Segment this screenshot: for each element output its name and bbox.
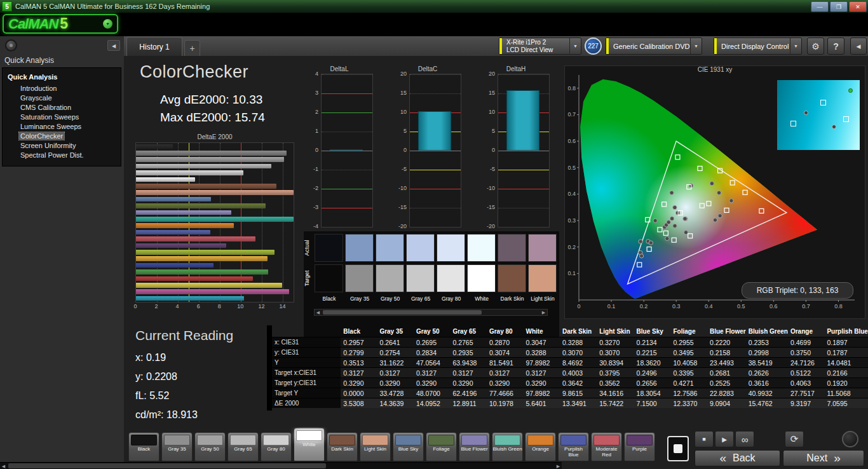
patch-label: Purplish Blue — [559, 446, 588, 458]
patch-button-dark-skin[interactable]: Dark Skin — [327, 432, 358, 461]
scroll-right-icon[interactable]: ▶ — [540, 309, 547, 315]
patch-label: White — [294, 442, 324, 447]
patch-color-chip — [494, 435, 520, 445]
window-title: CalMAN 5 CalMAN Ultimate for Business 16… — [15, 3, 210, 10]
display-control-dropdown[interactable]: Direct Display Control ▼ — [714, 37, 802, 55]
stop-button[interactable]: ■ — [695, 431, 714, 447]
target-marker-icon — [790, 121, 796, 126]
table-cell: 0.2754 — [377, 348, 414, 358]
patch-button-gray-65[interactable]: Gray 65 — [227, 432, 259, 461]
minimize-button[interactable]: — — [811, 1, 829, 12]
sidebar-item-grayscale[interactable]: Grayscale — [3, 93, 121, 102]
swatch-label: Gray 80 — [436, 296, 466, 302]
settings-button[interactable]: ⚙ — [807, 37, 824, 55]
patch-color-chip — [296, 430, 322, 441]
stop-icon: ■ — [702, 436, 705, 442]
axis-tick-label: 2 — [306, 109, 318, 115]
sidebar-item-colorchecker[interactable]: ColorChecker — [3, 131, 121, 140]
patch-button-white[interactable]: White — [294, 428, 325, 461]
patch-button-gray-50[interactable]: Gray 50 — [194, 432, 226, 461]
patch-label: Gray 50 — [195, 446, 225, 452]
gridline — [498, 227, 549, 228]
tab-history-1[interactable]: History 1 — [126, 37, 182, 56]
reading-cdm2: cd/m²: 18.913 — [135, 409, 233, 421]
table-cell: 12.3370 — [670, 398, 707, 409]
refresh-button[interactable]: ⟳ — [785, 431, 804, 447]
sidebar-item-cms-calibration[interactable]: CMS Calibration — [3, 102, 121, 112]
patch-button-light-skin[interactable]: Light Skin — [360, 432, 391, 461]
calman-logo[interactable]: CalMAN 5 ▼ — [3, 14, 118, 34]
nav-back-button[interactable] — [5, 39, 17, 51]
table-cell: 38.5419 — [746, 358, 788, 368]
scroll-left-icon[interactable]: ◀ — [0, 463, 7, 469]
source-dropdown[interactable]: Generic Calibration DVD ▼ — [606, 37, 702, 55]
patch-button-purplish-blue[interactable]: Purplish Blue — [558, 432, 589, 461]
bottom-scrollbar[interactable]: ◀ ▶ — [0, 462, 562, 469]
patch-bar: BlackGray 35Gray 50Gray 65Gray 80WhiteDa… — [128, 427, 662, 461]
patch-label: Blue Sky — [393, 446, 423, 452]
table-cell: 0.3513 — [341, 358, 377, 368]
axis-tick-label: -15 — [394, 204, 407, 210]
column-header: Foliage — [670, 325, 707, 337]
patch-button-blue-flower[interactable]: Blue Flower — [459, 432, 490, 461]
patch-button-gray-35[interactable]: Gray 35 — [161, 432, 193, 461]
patch-button-black[interactable]: Black — [128, 432, 159, 461]
sidebar-item-saturation-sweeps[interactable]: Saturation Sweeps — [3, 112, 121, 121]
play-button[interactable]: ▶ — [715, 431, 734, 447]
actual-swatch — [315, 234, 343, 262]
back-button[interactable]: « Back — [695, 450, 780, 466]
swatch-column-gray-35: Gray 35 — [344, 234, 375, 306]
deltac-bar — [418, 111, 451, 151]
patch-button-foliage[interactable]: Foliage — [426, 432, 457, 461]
reading-x: x: 0.19 — [135, 352, 233, 364]
table-cell: 27.7517 — [788, 388, 825, 398]
patch-button-gray-80[interactable]: Gray 80 — [261, 432, 292, 461]
close-button[interactable]: ✕ — [849, 1, 867, 12]
tree-root-quick-analysis[interactable]: Quick Analysis — [3, 71, 121, 83]
table-cell: 0.2353 — [746, 337, 788, 348]
de-bar-purple — [136, 243, 226, 248]
help-button[interactable]: ? — [827, 37, 844, 55]
table-cell: 0.3795 — [597, 368, 634, 378]
scroll-left-icon[interactable]: ◀ — [315, 309, 322, 315]
table-cell: 0.2957 — [341, 337, 377, 348]
next-button[interactable]: Next » — [783, 450, 864, 466]
add-tab-button[interactable]: + — [184, 40, 200, 56]
sidebar-item-spectral-power-dist[interactable]: Spectral Power Dist. — [3, 150, 121, 160]
column-header: Black — [341, 325, 377, 337]
actual-swatch — [467, 234, 496, 262]
sidebar-item-screen-uniformity[interactable]: Screen Uniformity — [3, 140, 121, 150]
panel-toggle-button[interactable]: ◀ — [850, 37, 867, 55]
table-cell: 0.1787 — [824, 348, 868, 358]
target-row-label: Target — [304, 264, 311, 292]
display-active-indicator — [714, 38, 717, 54]
sidebar-item-introduction[interactable]: Introduction — [3, 83, 121, 93]
pattern-window-button[interactable] — [667, 436, 689, 461]
status-led-button[interactable] — [842, 431, 858, 447]
table-cell: 0.2870 — [487, 337, 524, 348]
table-cell: 0.3290 — [341, 378, 377, 388]
patch-button-bluish-green[interactable]: Bluish Green — [492, 432, 523, 461]
link-button[interactable]: ∞ — [735, 431, 754, 447]
maximize-button[interactable]: ❐ — [830, 1, 848, 12]
patch-label: Gray 35 — [162, 446, 192, 452]
scrollbar-thumb[interactable] — [323, 310, 482, 315]
axis-tick-label: -10 — [482, 185, 495, 191]
meter-count-badge[interactable]: 227 — [585, 37, 602, 55]
patch-button-purple[interactable]: Purple — [624, 432, 655, 461]
logo-menu-chevron-icon[interactable]: ▼ — [103, 19, 112, 29]
table-cell: 47.0564 — [414, 358, 451, 368]
patch-button-orange[interactable]: Orange — [525, 432, 556, 461]
sidebar-item-luminance-sweeps[interactable]: Luminance Sweeps — [3, 121, 121, 131]
scroll-right-icon[interactable]: ▶ — [555, 463, 562, 469]
table-cell: 15.7422 — [597, 398, 634, 409]
swatch-scrollbar[interactable]: ◀ ▶ — [314, 309, 548, 316]
table-edge-strip — [267, 325, 272, 411]
table-cell: 18.3054 — [634, 388, 671, 398]
scrollbar-thumb[interactable] — [8, 463, 326, 468]
patch-button-moderate-red[interactable]: Moderate Red — [591, 432, 622, 461]
meter-dropdown[interactable]: X-Rite i1Pro 2 LCD Direct View ▼ — [499, 37, 581, 55]
sidebar-collapse-button[interactable]: ◀ — [107, 40, 120, 51]
table-cell: 0.4003 — [560, 368, 597, 378]
patch-button-blue-sky[interactable]: Blue Sky — [393, 432, 424, 461]
